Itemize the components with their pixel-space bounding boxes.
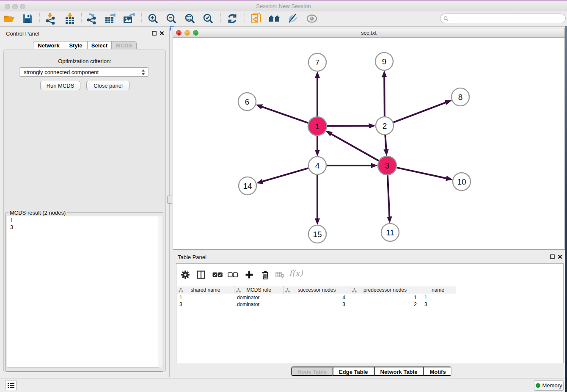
graph-node-11[interactable]: 11 xyxy=(381,224,399,241)
table-panel-title: Table Panel xyxy=(178,254,206,260)
table-settings-button[interactable] xyxy=(179,269,192,280)
control-panel-close-button[interactable] xyxy=(159,30,165,36)
graph-node-1[interactable]: 1 xyxy=(308,117,327,135)
graph-edge-3-11[interactable] xyxy=(388,175,389,217)
zoom-fit-button[interactable] xyxy=(183,12,197,25)
control-panel-float-button[interactable] xyxy=(151,30,157,36)
task-history-button[interactable] xyxy=(5,381,17,390)
delete-column-button[interactable] xyxy=(259,269,272,280)
select-all-columns-button[interactable] xyxy=(211,269,224,280)
tab-style[interactable]: Style xyxy=(64,41,87,49)
tab-motifs[interactable]: Motifs xyxy=(423,367,451,376)
delete-table-button[interactable] xyxy=(274,269,286,280)
memory-button[interactable]: Memory xyxy=(534,380,564,391)
tab-mcds[interactable]: MCDS xyxy=(111,41,137,49)
table-header-row: shared nameMCDS rolesuccessor nodesprede… xyxy=(177,286,456,294)
table-cell[interactable]: 3 xyxy=(420,301,456,308)
clone-network-button[interactable] xyxy=(249,12,263,25)
zoom-selected-button[interactable] xyxy=(201,12,215,25)
criterion-select[interactable]: strongly connected component xyxy=(19,67,149,77)
graph-node-9[interactable]: 9 xyxy=(375,52,393,70)
graph-edge-3-1[interactable] xyxy=(331,134,379,161)
graph-node-6[interactable]: 6 xyxy=(238,93,256,110)
network-canvas[interactable]: 7968124314101511 xyxy=(173,38,564,249)
table-cell[interactable]: 3 xyxy=(284,301,350,308)
graph-edge-1-6[interactable] xyxy=(262,107,308,123)
open-session-button[interactable] xyxy=(2,12,17,25)
desktop-background-edge xyxy=(565,26,567,392)
graph-node-8[interactable]: 8 xyxy=(451,88,469,106)
tab-network-table[interactable]: Network Table xyxy=(374,367,424,376)
function-builder-button[interactable]: f(x) xyxy=(289,268,303,278)
apply-layout-button[interactable] xyxy=(225,12,239,25)
svg-text:14: 14 xyxy=(243,182,252,190)
column-header-successor-nodes[interactable]: successor nodes xyxy=(284,286,350,294)
graph-node-2[interactable]: 2 xyxy=(376,117,394,135)
graph-node-7[interactable]: 7 xyxy=(308,53,326,71)
graph-node-10[interactable]: 10 xyxy=(453,173,471,190)
tab-edge-table[interactable]: Edge Table xyxy=(333,367,374,376)
graph-edge-1-2[interactable] xyxy=(327,126,369,126)
graphics-details-button[interactable] xyxy=(285,12,300,25)
export-network-button[interactable] xyxy=(85,12,99,25)
table-cell[interactable]: dominator xyxy=(234,301,284,308)
mcds-result-line: 1 xyxy=(10,217,158,224)
import-network-button[interactable] xyxy=(44,12,58,25)
table-row[interactable]: 3dominator323 xyxy=(177,301,456,308)
column-header-shared-name[interactable]: shared name xyxy=(177,286,234,294)
checked-boxes-icon xyxy=(212,272,223,277)
toolbar-separator xyxy=(81,13,82,24)
graph-edge-2-3[interactable] xyxy=(385,135,386,149)
table-cell[interactable]: 1 xyxy=(420,294,456,301)
table-cell[interactable]: 3 xyxy=(177,301,234,308)
refresh-icon xyxy=(227,13,238,24)
graph-edge-2-9[interactable] xyxy=(384,77,385,116)
zoom-out-button[interactable] xyxy=(164,12,179,25)
save-session-button[interactable] xyxy=(20,12,35,25)
table-body: 1dominator4113dominator323 xyxy=(177,294,456,308)
trash-icon xyxy=(261,271,269,279)
graph-node-15[interactable]: 15 xyxy=(308,225,326,243)
column-header-MCDS-role[interactable]: MCDS role xyxy=(234,286,284,294)
graph-edge-2-8[interactable] xyxy=(394,102,446,122)
export-table-button[interactable] xyxy=(103,12,118,25)
first-neighbors-button[interactable] xyxy=(267,12,281,25)
network-window-titlebar[interactable]: scc.txt xyxy=(173,28,564,38)
tab-select[interactable]: Select xyxy=(87,41,111,49)
graph-node-3[interactable]: 3 xyxy=(378,156,396,175)
table-cell[interactable]: 4 xyxy=(284,294,350,301)
mcds-result-scrollbar[interactable] xyxy=(158,216,162,367)
tab-network[interactable]: Network xyxy=(33,41,64,49)
tab-node-table[interactable]: Node Table xyxy=(291,367,333,376)
table-cell[interactable]: dominator xyxy=(234,294,284,301)
zoom-fit-icon xyxy=(184,13,195,24)
toolbar-separator xyxy=(245,13,245,24)
search-input[interactable] xyxy=(450,15,565,22)
import-table-button[interactable] xyxy=(63,12,77,25)
add-column-button[interactable] xyxy=(243,269,256,280)
column-header-name[interactable]: name xyxy=(420,286,456,294)
graph-edge-3-10[interactable] xyxy=(396,168,446,178)
mcds-result-textarea[interactable]: 13 xyxy=(7,216,159,368)
open-folder-icon xyxy=(3,14,15,24)
show-hide-details-button[interactable] xyxy=(305,12,319,25)
clone-network-icon xyxy=(250,12,261,25)
table-cell[interactable]: 2 xyxy=(350,301,420,308)
search-field[interactable] xyxy=(440,14,566,23)
graph-node-4[interactable]: 4 xyxy=(308,157,326,174)
close-panel-button[interactable]: Close panel xyxy=(86,81,130,90)
graph-edge-4-14[interactable] xyxy=(263,168,308,182)
table-cell[interactable]: 1 xyxy=(350,294,420,301)
table-panel-close-button[interactable] xyxy=(557,254,563,259)
graph-node-14[interactable]: 14 xyxy=(239,177,256,195)
table-cell[interactable]: 1 xyxy=(177,294,234,301)
column-header-predecessor-nodes[interactable]: predecessor nodes xyxy=(350,286,420,294)
table-panel-float-button[interactable] xyxy=(549,254,555,259)
run-mcds-button[interactable]: Run MCDS xyxy=(40,81,80,90)
table-row[interactable]: 1dominator411 xyxy=(177,294,456,301)
split-divider-grip[interactable] xyxy=(167,196,172,204)
unselect-all-columns-button[interactable] xyxy=(226,269,239,280)
export-image-button[interactable] xyxy=(122,12,136,25)
zoom-in-button[interactable] xyxy=(146,12,160,25)
split-columns-button[interactable] xyxy=(195,269,207,280)
